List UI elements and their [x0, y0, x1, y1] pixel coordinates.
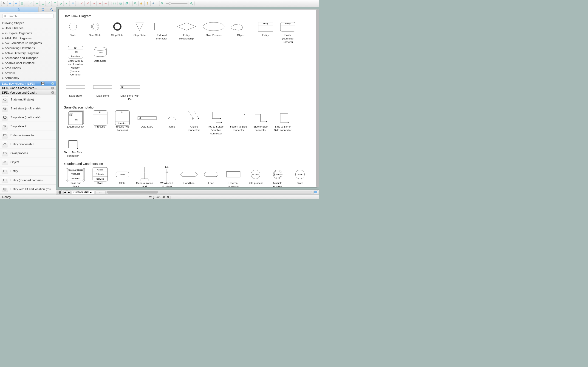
connector-bezier[interactable]: [46, 1, 52, 6]
shape-sample[interactable]: Oval Process: [202, 20, 225, 44]
zoom-in-tool[interactable]: [132, 1, 138, 6]
library-item[interactable]: ▶Artwork: [1, 70, 55, 75]
stencil-item[interactable]: Entity relationship: [0, 140, 56, 149]
shape-sample[interactable]: DataData Store: [91, 46, 109, 76]
library-item[interactable]: ▶User Libraries: [1, 26, 55, 31]
stencil-item[interactable]: State (multi state): [0, 95, 56, 104]
hand-tool[interactable]: [138, 1, 144, 6]
page-next[interactable]: ▶: [67, 190, 70, 194]
shape-sample[interactable]: Data Store: [91, 81, 114, 101]
connector-direct[interactable]: [28, 1, 34, 6]
stencil-item[interactable]: Oval process: [0, 149, 56, 158]
library-item[interactable]: ▶Aerospace and Transport: [1, 56, 55, 60]
shape-sample[interactable]: External interactor: [224, 168, 242, 187]
library-item[interactable]: ▶Active Directory Diagrams: [1, 50, 55, 56]
curve-tool[interactable]: [91, 1, 96, 6]
library-item[interactable]: ▶Astronomy: [1, 75, 55, 81]
shape-sample[interactable]: EntityEntity (Rounded Corners): [278, 20, 297, 44]
stencil-item[interactable]: Stop state 2: [0, 122, 56, 131]
shape-sample[interactable]: Stop State: [108, 20, 127, 44]
close-icon[interactable]: ✕: [51, 87, 54, 90]
stencil-item[interactable]: Object: [0, 158, 56, 167]
shape-sample[interactable]: ClassAttributeServiceClass: [91, 168, 109, 187]
shape-sample[interactable]: Stop State: [130, 20, 149, 44]
stencil-item[interactable]: Entity: [0, 167, 56, 176]
sel-mode-1[interactable]: [112, 1, 117, 6]
shape-sample[interactable]: 1,m1Whole-part structure: [157, 168, 176, 187]
library-tab[interactable]: [0, 7, 39, 12]
ellipse-tool[interactable]: [13, 1, 19, 6]
shape-sample[interactable]: Bottom to Side connector: [229, 112, 248, 135]
shape-sample[interactable]: Generalization and specialization struct…: [135, 168, 154, 187]
table-tool[interactable]: [19, 1, 25, 6]
connector-smart-2[interactable]: [40, 1, 46, 6]
spline-tool[interactable]: [103, 1, 108, 6]
shape-sample[interactable]: Loop: [202, 168, 221, 187]
shape-sample[interactable]: Side to Same Side connector: [273, 112, 292, 135]
horizontal-scrollbar[interactable]: [107, 191, 312, 194]
stencil-item[interactable]: Entity (rounded corners): [0, 176, 56, 185]
shape-sample[interactable]: Entity Relationship: [174, 20, 198, 44]
save-lib-icon[interactable]: 💾: [41, 82, 44, 85]
stencil-item[interactable]: Entity with ID and location (rou...: [0, 185, 56, 194]
page-prev[interactable]: ◀: [63, 190, 67, 194]
shape-sample[interactable]: idProcess: [91, 112, 109, 135]
close-icon[interactable]: ✕: [51, 91, 54, 94]
zoom-slider[interactable]: [166, 3, 187, 4]
shape-sample[interactable]: IDData Store (with ID): [118, 81, 142, 101]
sel-mode-3[interactable]: [124, 1, 129, 6]
shape-sample[interactable]: State: [64, 20, 82, 44]
shape-sample[interactable]: idData Store: [135, 112, 159, 135]
zoom-out-btn[interactable]: [159, 1, 165, 6]
opened-library[interactable]: Data flow diagram (DFD)💾✕: [0, 81, 56, 86]
shape-sample[interactable]: idlocationProcess (with Location): [113, 112, 132, 135]
rect-tool[interactable]: [7, 1, 13, 6]
shape-sample[interactable]: External Interactor: [153, 20, 171, 44]
library-item[interactable]: ▶Android User Interface: [1, 60, 55, 66]
text-tool[interactable]: [70, 1, 76, 6]
search-input[interactable]: [2, 14, 53, 19]
pointer-tool[interactable]: [1, 1, 7, 6]
connector-smart-1[interactable]: [34, 1, 40, 6]
library-item[interactable]: ▶25 Typical Orgcharts: [1, 31, 55, 36]
shape-sample[interactable]: Data Store: [64, 81, 87, 101]
shape-sample[interactable]: ProcessMultiple process: [268, 168, 287, 187]
opened-library[interactable]: DFD, Gane-Sarson nota...✕: [0, 86, 56, 90]
sel-mode-2[interactable]: [118, 1, 123, 6]
shape-sample[interactable]: Object: [229, 20, 253, 44]
connector-spline[interactable]: [64, 1, 70, 6]
stencil-item[interactable]: External interactor: [0, 131, 56, 140]
shape-sample[interactable]: Angled connectors: [185, 112, 203, 135]
shape-sample[interactable]: Side to Side connector: [251, 112, 270, 135]
eyedropper-tool[interactable]: [150, 1, 156, 6]
stencil-item[interactable]: Stop state (multi state): [0, 113, 56, 122]
library-item[interactable]: ▶AWS Architecture Diagrams: [1, 41, 55, 46]
canvas[interactable]: Data Flow Diagram StateStart StateStop S…: [58, 9, 317, 187]
shape-sample[interactable]: Condition: [180, 168, 198, 187]
page-menu[interactable]: ▦: [57, 190, 62, 194]
shape-sample[interactable]: Top to Bottom Variable connector: [207, 112, 225, 135]
shape-sample[interactable]: idTextExternal Entity: [64, 112, 87, 135]
shape-sample[interactable]: StateState: [291, 168, 309, 187]
format-painter[interactable]: [145, 1, 150, 6]
shape-sample[interactable]: Start State: [86, 20, 104, 44]
library-item[interactable]: Drawing Shapes: [1, 21, 55, 26]
page-layout-btn[interactable]: [95, 190, 105, 194]
shape-sample[interactable]: StateState: [113, 168, 132, 187]
polyline-tool[interactable]: [85, 1, 90, 6]
connector-round[interactable]: [52, 1, 58, 6]
bezier-tool[interactable]: [97, 1, 103, 6]
shape-sample[interactable]: ProcessData process: [246, 168, 265, 187]
shape-sample[interactable]: IDTextLocationEntity with ID and Locatio…: [64, 46, 87, 76]
zoom-display[interactable]: Custom 76%▴▾: [72, 190, 94, 194]
connector-arc[interactable]: [58, 1, 64, 6]
opened-library[interactable]: DFD, Yourdon and Coad...✕: [0, 90, 56, 95]
shape-sample[interactable]: Class-&-ObjectAttributesServicesClass an…: [64, 168, 87, 187]
presentation-mode[interactable]: [313, 190, 318, 194]
shape-sample[interactable]: Jump: [162, 112, 181, 135]
search-tab[interactable]: [47, 7, 56, 12]
shape-sample[interactable]: Top to Top Side connector: [64, 137, 82, 157]
vertical-scrollbar[interactable]: [316, 9, 319, 187]
library-item[interactable]: ▶Accounting Flowcharts: [1, 46, 55, 51]
close-icon[interactable]: ✕: [51, 82, 54, 85]
